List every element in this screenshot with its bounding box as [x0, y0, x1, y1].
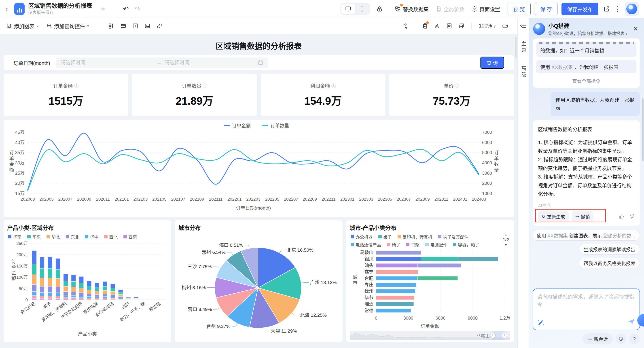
bar-segment: [103, 294, 107, 296]
pie-chart-card[interactable]: 城市分布 北京 16.50%广州 13.13%北海 12.25%天津 11.29…: [175, 220, 342, 342]
legend-item[interactable]: 华东: [27, 234, 41, 240]
undo-icon[interactable]: ↶: [123, 5, 128, 13]
component-icon[interactable]: [108, 23, 114, 29]
prompt-pill-cropped[interactable]: 的数据，如：近一个月销售额: [536, 42, 636, 57]
save-publish-button[interactable]: 保存并发布: [562, 3, 598, 15]
pager-down-icon[interactable]: ▼: [503, 243, 509, 247]
legend-item[interactable]: 椅子: [387, 242, 400, 248]
bar-segment: [79, 283, 84, 288]
device-toggle[interactable]: [340, 3, 370, 15]
ai-suggestion-chip[interactable]: 帮我以商务风格美化报表: [579, 258, 640, 268]
ai-chat-scroll-area[interactable]: 的数据，如：近一个月销售额 使用 XX数据集 ，为我创建一张报表 查看全部指令 …: [533, 38, 640, 287]
calendar-icon[interactable]: [258, 60, 264, 66]
kpi-card-order-count[interactable]: 订单数量ⓘ 21.89万: [132, 74, 257, 116]
save-button[interactable]: 保 存: [535, 3, 558, 15]
axis-tick-label: 100万: [16, 275, 28, 280]
thumbs-up-icon[interactable]: [619, 214, 625, 220]
link-filter-icon[interactable]: [402, 23, 408, 29]
left-axis-title: 额: [10, 167, 14, 172]
legend-item[interactable]: 办公机器: [350, 234, 372, 240]
more-menu-icon[interactable]: ⋮: [614, 5, 621, 13]
legend-item[interactable]: 电话通信产品: [350, 242, 381, 248]
city-label: 汕头: [364, 263, 374, 268]
bar-segment: [134, 297, 138, 298]
hbar-chart-card[interactable]: 城市-产品小类分布 办公机器桌子复印机、传真机夹子及其配件电话通信产品椅子书架电…: [346, 220, 514, 342]
lock-icon[interactable]: [376, 6, 383, 12]
rail-tab-theme[interactable]: 主题: [520, 41, 527, 54]
axis-tick-label: 202201: [228, 197, 242, 202]
trend-line-chart-card[interactable]: 45万700040万600035万500030万400025万300020万20…: [4, 120, 514, 217]
preview-button[interactable]: 预 览: [508, 3, 530, 15]
pager-up-icon[interactable]: ▲: [503, 232, 509, 237]
desktop-view-icon[interactable]: [341, 4, 355, 14]
legend-pager[interactable]: ▲ 1/2 ▼: [503, 232, 509, 247]
redo-icon[interactable]: ↷: [135, 5, 140, 13]
date-end-input[interactable]: [165, 60, 258, 66]
data-zoom-handle-left[interactable]: ‖: [490, 333, 496, 338]
link-widget-icon[interactable]: [156, 23, 162, 29]
chart-title: 城市分布: [178, 224, 339, 232]
share-icon[interactable]: [603, 6, 610, 12]
history-clock-icon[interactable]: [616, 334, 626, 344]
add-query-control-button[interactable]: 添加查询控件∨: [46, 22, 90, 30]
collapse-panel-icon[interactable]: [520, 22, 526, 29]
legend-item[interactable]: 西南: [124, 234, 137, 240]
legend-item[interactable]: 华北: [46, 234, 60, 240]
kpi-card-order-amount[interactable]: 订单金额ⓘ 1515万: [4, 74, 128, 116]
legend-item[interactable]: 书架: [406, 242, 420, 248]
legend-item[interactable]: 电脑配件: [425, 242, 447, 248]
data-zoom-slider[interactable]: 马鞍山 ‖ ‖: [350, 331, 510, 340]
tab-container-icon[interactable]: [120, 23, 126, 29]
legend-item[interactable]: 夹子及其配件: [438, 234, 468, 240]
regenerate-button[interactable]: ↻重新生成: [538, 211, 569, 222]
favorite-star-icon[interactable]: ★: [100, 5, 106, 12]
zoom-level-dropdown[interactable]: 100% ∨: [479, 23, 496, 29]
legend-item[interactable]: 西北: [104, 234, 118, 240]
ai-assistant-logo[interactable]: [625, 2, 639, 16]
stacked-bar-chart-card[interactable]: 产品小类-区域分布 华南华东华北东北华中西北西南 050万100万150万200…: [4, 220, 171, 342]
mobile-view-icon[interactable]: [355, 4, 369, 14]
date-start-input[interactable]: [61, 60, 154, 66]
text-widget-icon[interactable]: [132, 23, 138, 29]
legend-item[interactable]: 复印机、传真机: [398, 234, 432, 240]
ai-suggestion-chip[interactable]: 使用 XX数据集 创建图表，展示 您想分析的数...: [533, 230, 640, 241]
prompt-pill-create-report[interactable]: 使用 XX数据集 ，为我创建一张报表: [536, 60, 636, 73]
rail-tab-advanced[interactable]: 高级: [520, 66, 527, 78]
hide-component-icon[interactable]: [446, 23, 452, 29]
kpi-card-unit-price[interactable]: 单价ⓘ 75.73万: [389, 74, 514, 116]
regenerate-label: 重新生成: [547, 213, 565, 220]
kpi-card-profit[interactable]: 利润金额ⓘ 154.9万: [261, 74, 385, 116]
legend-item[interactable]: 桌子: [378, 234, 392, 240]
image-widget-icon[interactable]: [144, 23, 150, 29]
legend-item[interactable]: 华南: [8, 234, 22, 240]
grid-ruler-icon[interactable]: [502, 23, 508, 29]
pie-label: 三沙 7.75%: [188, 264, 212, 269]
data-zoom-handle-right[interactable]: ‖: [502, 333, 507, 338]
view-all-commands-link[interactable]: 查看全部指令: [536, 76, 636, 84]
legend-item[interactable]: 东北: [66, 234, 79, 240]
new-chat-button[interactable]: ＋ 新会话: [583, 333, 613, 344]
help-icon[interactable]: ?: [629, 334, 640, 344]
date-range-picker[interactable]: →: [56, 58, 268, 68]
legend-item[interactable]: 华中: [85, 234, 98, 240]
back-icon[interactable]: ‹: [5, 4, 14, 13]
ai-panel-subtitle[interactable]: 您的AI小助理，陪您分析数据、搭建报表 ›: [548, 30, 632, 36]
magic-pencil-icon[interactable]: [537, 318, 545, 326]
query-submit-button[interactable]: 查 询: [480, 56, 504, 69]
replace-dataset-button[interactable]: 替换数据集: [395, 5, 428, 13]
batch-select-icon[interactable]: [458, 23, 464, 29]
canvas-scrollbar[interactable]: [515, 37, 516, 58]
clipboard-icon[interactable]: [422, 23, 428, 29]
add-chart-button[interactable]: 添加图表∨: [6, 22, 39, 30]
clean-brush-icon[interactable]: [434, 23, 440, 29]
legend-item[interactable]: 容器，箱子: [453, 242, 479, 248]
send-icon[interactable]: [628, 318, 636, 326]
undo-generation-button[interactable]: ↪撤销: [572, 211, 594, 222]
page-settings-button[interactable]: 页面设置: [471, 5, 500, 13]
ai-input-box[interactable]: [533, 288, 640, 330]
ai-panel-scrollbar[interactable]: [642, 98, 644, 161]
thumbs-down-icon[interactable]: [629, 214, 634, 220]
ai-input-textarea[interactable]: [537, 292, 636, 314]
close-icon[interactable]: ✕: [632, 24, 640, 34]
ai-suggestion-chip[interactable]: 生成报表的洞察解读报告: [579, 244, 640, 254]
